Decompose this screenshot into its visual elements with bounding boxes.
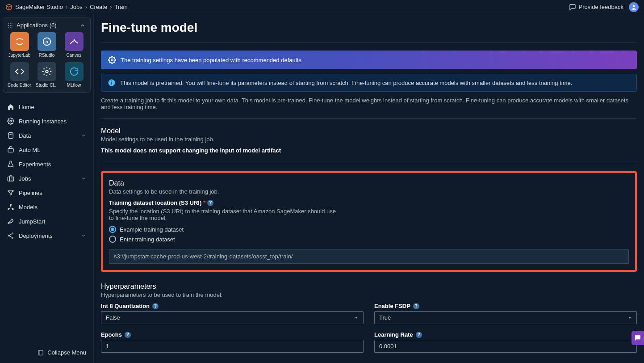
pipeline-icon	[7, 189, 14, 196]
svg-point-24	[12, 233, 13, 234]
nav-experiments[interactable]: Experiments	[3, 157, 91, 171]
feedback-link[interactable]: Provide feedback	[569, 4, 623, 11]
nav-models[interactable]: Models	[3, 200, 91, 214]
s3-uri-input[interactable]	[109, 249, 629, 264]
chat-fab[interactable]	[631, 331, 644, 345]
svg-point-19	[12, 190, 13, 192]
chat-icon	[569, 4, 576, 11]
divider	[101, 118, 637, 119]
breadcrumb-item[interactable]: SageMaker Studio	[15, 4, 63, 10]
nav-pipelines[interactable]: Pipelines	[3, 186, 91, 200]
svg-point-8	[10, 26, 11, 27]
svg-point-7	[8, 26, 9, 27]
logo-icon	[5, 4, 13, 11]
data-subtitle: Data settings to be used in the training…	[109, 188, 629, 195]
nav-data[interactable]: Data	[3, 128, 91, 143]
help-icon[interactable]: ?	[152, 303, 159, 309]
svg-rect-29	[38, 350, 43, 355]
svg-point-31	[111, 59, 113, 61]
breadcrumb-sep: ›	[110, 4, 112, 10]
nav-running-instances[interactable]: Running instances	[3, 114, 91, 128]
applications-title: Applications (6)	[17, 22, 57, 29]
nav-auto-ml[interactable]: Auto ML	[3, 143, 91, 157]
svg-point-34	[111, 80, 112, 81]
app-mlflow[interactable]: MLflow	[62, 62, 86, 88]
breadcrumb-item[interactable]: Train	[114, 4, 127, 10]
epochs-input[interactable]: 1	[101, 340, 364, 353]
hyper-lr: Learning Rate? 0.0001	[374, 331, 637, 353]
divider	[101, 42, 637, 42]
svg-line-28	[9, 236, 12, 237]
svg-rect-17	[8, 177, 13, 181]
breadcrumb-item[interactable]: Create	[90, 4, 107, 10]
svg-rect-15	[8, 148, 13, 152]
info-icon	[108, 79, 116, 87]
learning-rate-input[interactable]: 0.0001	[374, 340, 637, 353]
page-title: Fine-tune model	[101, 21, 637, 35]
required-star: *	[203, 199, 205, 206]
svg-point-3	[12, 23, 13, 24]
chat-icon	[634, 334, 641, 342]
training-location-desc: Specify the location (S3 URI) to the tra…	[109, 208, 341, 221]
caret-down-icon	[627, 316, 632, 320]
svg-marker-36	[629, 317, 631, 318]
svg-point-20	[10, 194, 12, 195]
banner-defaults: The training settings have been populate…	[101, 51, 637, 69]
help-icon[interactable]: ?	[125, 332, 131, 338]
app-jupyterlab[interactable]: JupyterLab	[8, 32, 31, 58]
help-icon[interactable]: ?	[207, 200, 213, 206]
top-bar: SageMaker Studio › Jobs › Create › Train…	[0, 0, 644, 14]
help-icon[interactable]: ?	[416, 332, 422, 338]
network-icon	[7, 203, 14, 211]
grip-icon	[8, 23, 13, 28]
svg-point-1	[8, 23, 9, 24]
breadcrumb: SageMaker Studio › Jobs › Create › Train	[5, 4, 128, 11]
nav-home[interactable]: Home	[3, 100, 91, 114]
flask-icon	[7, 160, 14, 168]
share-icon	[7, 232, 14, 239]
svg-point-4	[8, 25, 9, 26]
svg-point-21	[10, 204, 12, 206]
applications-panel: Applications (6) JupyterLab RRStudio Can…	[3, 17, 91, 93]
svg-point-18	[8, 190, 9, 192]
hyper-title: Hyperparameters	[101, 283, 637, 291]
sidebar: Applications (6) JupyterLab RRStudio Can…	[0, 14, 94, 363]
nav-deployments[interactable]: Deployments	[3, 228, 91, 243]
data-title: Data	[109, 179, 629, 187]
app-code-editor[interactable]: Code Editor	[8, 62, 31, 88]
svg-point-12	[46, 70, 48, 73]
gear-icon	[7, 118, 14, 125]
radio-example-dataset[interactable]: Example training dataset	[109, 226, 629, 233]
nav-jobs[interactable]: Jobs	[3, 171, 91, 186]
top-actions: Provide feedback	[569, 2, 639, 12]
app-rstudio[interactable]: RRStudio	[35, 32, 59, 58]
training-location-label: Training dataset location (S3 URI)* ?	[109, 199, 213, 206]
svg-point-13	[10, 120, 12, 122]
feedback-label: Provide feedback	[579, 4, 623, 10]
svg-marker-35	[355, 317, 358, 318]
radio-enter-dataset[interactable]: Enter training dataset	[109, 236, 629, 243]
int8-select[interactable]: False	[101, 311, 364, 324]
breadcrumb-item[interactable]: Jobs	[70, 4, 82, 10]
collapse-menu[interactable]: Collapse Menu	[3, 345, 91, 360]
svg-point-9	[12, 26, 13, 27]
svg-line-27	[9, 234, 12, 235]
main-content: Fine-tune model The training settings ha…	[94, 14, 644, 363]
app-canvas[interactable]: Canvas	[62, 32, 86, 58]
svg-point-5	[10, 25, 11, 26]
model-title: Model	[101, 127, 637, 135]
applications-header[interactable]: Applications (6)	[8, 22, 86, 29]
svg-point-6	[12, 25, 13, 26]
help-icon[interactable]: ?	[413, 303, 419, 309]
app-studio-classic[interactable]: Studio Cl...	[35, 62, 59, 88]
chevron-down-icon	[81, 233, 86, 238]
banner-pretrained: This model is pretrained. You will fine-…	[101, 74, 637, 92]
avatar[interactable]	[629, 2, 639, 12]
automl-icon	[7, 146, 14, 153]
data-section-highlighted: Data Data settings to be used in the tra…	[101, 171, 637, 272]
chevron-down-icon	[81, 133, 86, 138]
nav-jumpstart[interactable]: JumpStart	[3, 214, 91, 228]
fsdp-select[interactable]: True	[374, 311, 637, 324]
model-note: This model does not support changing the…	[101, 147, 637, 154]
gear-icon	[108, 56, 116, 64]
